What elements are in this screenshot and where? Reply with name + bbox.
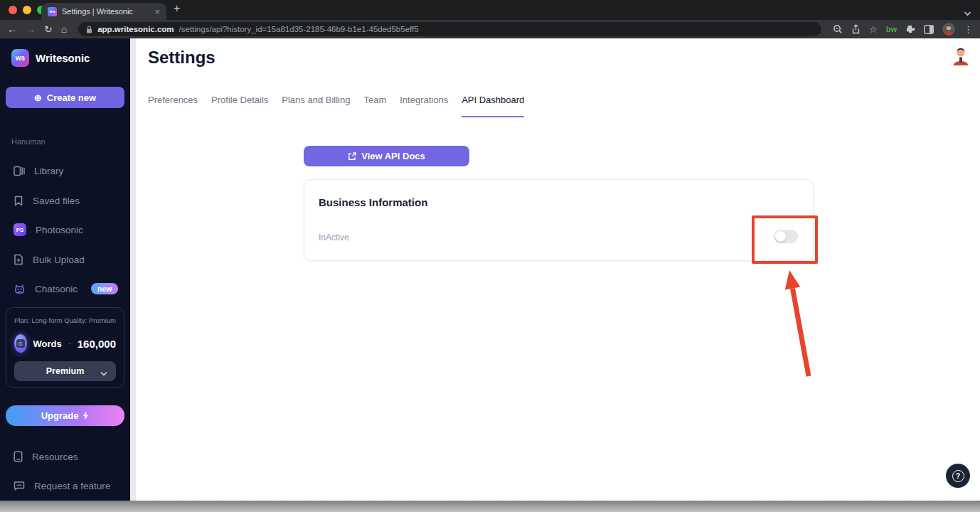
sidebar-item-label: Chatsonic: [35, 284, 78, 294]
chatsonic-robot-icon: [14, 284, 26, 294]
bulk-upload-icon: [14, 254, 23, 265]
minimize-window-button[interactable]: [23, 6, 31, 14]
page-title: Settings: [148, 48, 215, 68]
reload-icon[interactable]: ↻: [44, 24, 53, 34]
create-new-button[interactable]: ⊕ Create new: [6, 87, 124, 108]
extensions-puzzle-icon[interactable]: [905, 24, 915, 34]
words-plan-icon: G: [14, 334, 27, 353]
main-content: Settings Preferences Profile Details Pla…: [136, 38, 980, 501]
tab-integrations[interactable]: Integrations: [400, 95, 448, 117]
sidebar-item-photosonic[interactable]: PS Photosonic: [0, 220, 130, 240]
sidebar-item-library[interactable]: Library: [0, 161, 130, 181]
browser-tab[interactable]: ws Settings | Writesonic ×: [41, 3, 166, 20]
sidebar-item-label: Request a feature: [34, 481, 110, 491]
forward-icon[interactable]: →: [26, 24, 36, 34]
new-tab-button[interactable]: +: [174, 2, 180, 15]
tab-preferences[interactable]: Preferences: [148, 95, 198, 117]
address-bar[interactable]: app.writesonic.com/settings/api?history_…: [78, 22, 821, 36]
tab-plans-and-billing[interactable]: Plans and Billing: [282, 95, 350, 117]
chevron-down-icon: [100, 368, 107, 378]
view-api-docs-button[interactable]: View API Docs: [304, 146, 469, 166]
sidebar-item-request-feature[interactable]: Request a feature: [0, 476, 130, 496]
tab-title: Settings | Writesonic: [62, 7, 149, 16]
tab-api-dashboard[interactable]: API Dashboard: [462, 95, 524, 117]
window-controls: [9, 6, 46, 14]
browser-profile-avatar[interactable]: [942, 23, 955, 36]
business-information-card: Business Information InActive: [304, 179, 814, 261]
create-new-label: Create new: [47, 92, 96, 103]
scrollbar-gutter[interactable]: [130, 38, 136, 501]
chat-bubble-icon: [14, 481, 25, 491]
browser-menu-icon[interactable]: ⋮: [964, 24, 973, 35]
bw-extension-icon[interactable]: bw: [886, 25, 897, 33]
tab-close-icon[interactable]: ×: [154, 7, 160, 16]
settings-tabs: Preferences Profile Details Plans and Bi…: [148, 95, 524, 117]
url-path: /settings/api?history_id=15a81d35-2185-4…: [179, 25, 419, 33]
tab-team[interactable]: Team: [363, 95, 386, 117]
words-count: 160,000: [78, 338, 116, 350]
sidebar-item-bulk-upload[interactable]: Bulk Upload: [0, 250, 130, 270]
toolbar-actions: ☆ bw ⋮: [833, 23, 973, 36]
question-mark-icon: ?: [952, 470, 964, 482]
external-link-icon: [348, 152, 356, 161]
new-badge: new: [91, 283, 118, 294]
writesonic-favicon: ws: [48, 7, 57, 16]
help-button[interactable]: ?: [946, 464, 970, 488]
url-domain: app.writesonic.com: [97, 25, 174, 33]
app-window: ws Writesonic ⊕ Create new Hanuman Libra…: [0, 38, 980, 501]
writesonic-logo-text: Writesonic: [36, 52, 90, 64]
plan-tier-label: Premium: [46, 366, 85, 376]
zoom-search-icon[interactable]: [833, 24, 843, 34]
upgrade-button[interactable]: Upgrade: [6, 405, 124, 426]
words-label: Words: [33, 338, 62, 349]
bookmark-star-icon[interactable]: ☆: [869, 24, 878, 35]
api-active-toggle[interactable]: [774, 230, 798, 243]
plan-tier-dropdown[interactable]: Premium: [14, 361, 116, 381]
sidebar-item-label: Bulk Upload: [33, 255, 85, 265]
status-label: InActive: [319, 233, 349, 242]
home-icon[interactable]: ⌂: [61, 24, 67, 34]
sidebar-item-chatsonic[interactable]: Chatsonic new: [0, 279, 130, 299]
upgrade-label: Upgrade: [41, 410, 79, 421]
sidebar-item-resources[interactable]: Resources: [0, 447, 130, 466]
tab-profile-details[interactable]: Profile Details: [211, 95, 268, 117]
lightning-bolt-icon: [82, 411, 89, 420]
browser-tab-strip: ws Settings | Writesonic × +: [0, 0, 980, 20]
browser-toolbar: ← → ↻ ⌂ app.writesonic.com/settings/api?…: [0, 20, 980, 38]
side-panel-icon[interactable]: [924, 25, 934, 34]
share-icon[interactable]: [851, 24, 861, 34]
tab-search-chevron-icon[interactable]: [964, 6, 971, 19]
sidebar-item-saved-files[interactable]: Saved files: [0, 191, 130, 210]
writesonic-logo-icon: ws: [11, 49, 29, 67]
plus-circle-icon: ⊕: [34, 92, 42, 103]
close-window-button[interactable]: [9, 6, 17, 14]
card-title: Business Information: [319, 196, 427, 208]
user-avatar[interactable]: [952, 46, 970, 66]
plan-quality-label: Quality: Premium: [64, 316, 116, 324]
words-separator: ·: [68, 338, 71, 348]
view-api-docs-label: View API Docs: [361, 151, 425, 161]
sidebar-item-label: Resources: [32, 452, 78, 462]
screenshot-root: ws Settings | Writesonic × + ← → ↻ ⌂ app…: [0, 0, 980, 512]
plan-card: Plan: Long-form Quality: Premium G Words…: [6, 307, 124, 388]
plan-type-label: Plan: Long-form: [14, 316, 63, 324]
sidebar-item-label: Library: [34, 166, 63, 176]
bookmark-icon: [14, 196, 23, 206]
screenshot-bottom-edge: [0, 501, 980, 512]
workspace-label: Hanuman: [11, 137, 46, 146]
sidebar: ws Writesonic ⊕ Create new Hanuman Libra…: [0, 38, 130, 501]
back-icon[interactable]: ←: [7, 24, 17, 34]
writesonic-logo[interactable]: ws Writesonic: [11, 49, 90, 67]
photosonic-icon: PS: [14, 223, 26, 236]
sidebar-item-label: Saved files: [33, 196, 80, 206]
sidebar-item-label: Photosonic: [36, 225, 83, 235]
lock-icon: [86, 26, 92, 33]
library-icon: [14, 166, 25, 176]
resources-icon: [14, 451, 23, 462]
toggle-knob: [775, 231, 786, 242]
